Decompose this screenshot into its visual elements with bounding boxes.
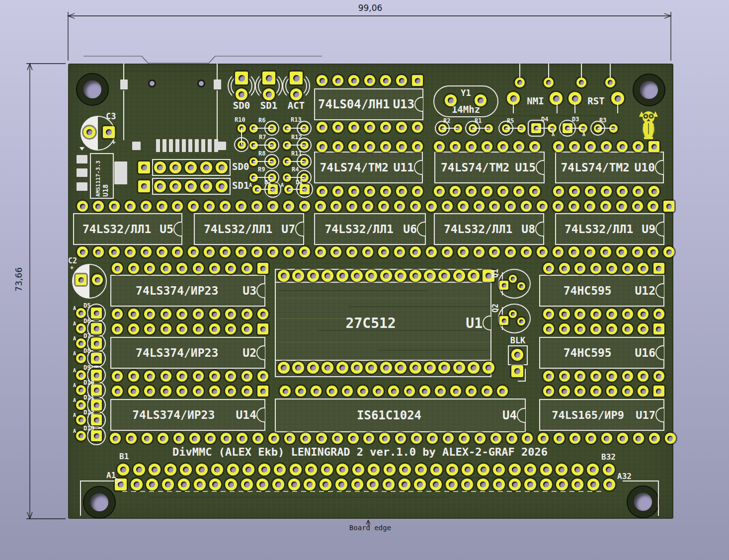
led-pad — [290, 72, 303, 84]
through-hole-pad — [144, 309, 155, 320]
through-hole-pad — [364, 186, 375, 197]
through-hole-pad — [91, 353, 102, 364]
through-hole-pad — [396, 186, 407, 197]
through-hole-pad — [590, 323, 601, 334]
through-hole-pad — [142, 433, 153, 444]
through-hole-pad — [427, 433, 438, 444]
resistor-link — [287, 128, 304, 129]
ic-outline: 27C512U1 — [275, 269, 491, 377]
through-hole-pad — [606, 371, 617, 382]
through-hole-pad — [109, 246, 120, 257]
through-hole-pad — [434, 141, 445, 152]
through-hole-pad — [553, 141, 564, 152]
through-hole-pad — [164, 464, 176, 476]
sd-finger-pad — [175, 139, 179, 152]
through-hole-pad — [76, 274, 86, 285]
through-hole-pad — [161, 263, 171, 274]
through-hole-pad — [622, 386, 633, 397]
through-hole-pad — [242, 386, 252, 397]
sd-finger-pad — [195, 139, 199, 152]
through-hole-pad — [399, 479, 410, 490]
through-hole-pad — [209, 309, 220, 320]
through-hole-pad — [466, 186, 477, 197]
through-hole-pad — [412, 75, 423, 86]
through-hole-pad — [336, 362, 348, 374]
resistor-link — [473, 128, 488, 129]
through-hole-pad — [559, 371, 570, 382]
through-hole-pad — [295, 386, 306, 397]
through-hole-pad — [194, 479, 206, 490]
through-hole-pad — [161, 371, 171, 382]
through-hole-pad — [103, 126, 115, 138]
ic-outline: 74LS74/TM2U10 — [555, 152, 664, 183]
through-hole-pad — [317, 75, 327, 86]
through-hole-pad — [649, 433, 660, 444]
through-hole-pad — [601, 433, 612, 444]
resistor-ref: R2 — [443, 118, 450, 124]
through-hole-pad — [322, 362, 333, 374]
button-label-nmi: NMI — [517, 96, 554, 106]
through-hole-pad — [176, 323, 187, 334]
silk-decoration — [574, 103, 575, 113]
through-hole-pad — [638, 371, 648, 382]
through-hole-pad — [505, 246, 516, 257]
through-hole-pad — [556, 479, 568, 490]
through-hole-pad — [490, 433, 501, 444]
through-hole-pad — [188, 201, 199, 212]
via — [197, 80, 205, 87]
through-hole-pad — [351, 270, 363, 282]
through-hole-pad — [373, 386, 384, 397]
through-hole-pad — [225, 479, 237, 490]
through-hole-pad — [404, 386, 415, 397]
through-hole-pad — [399, 464, 411, 476]
silk-decoration — [518, 381, 526, 382]
through-hole-pad — [209, 263, 220, 274]
through-hole-pad — [587, 464, 599, 476]
through-hole-pad — [141, 201, 152, 212]
through-hole-pad — [173, 433, 184, 444]
through-hole-pad — [653, 371, 664, 382]
through-hole-pad — [559, 386, 570, 397]
diode-anode-mark: A — [552, 132, 555, 137]
regulator-outline: AMS1117-3.3 U18 — [90, 153, 114, 199]
led-pad — [236, 88, 247, 100]
through-hole-pad — [112, 323, 123, 334]
transistor-pad — [499, 316, 508, 325]
through-hole-pad — [256, 479, 268, 490]
through-hole-pad — [430, 464, 442, 476]
ic-ref: U10 — [634, 161, 655, 174]
resistor-ref: R6 — [258, 117, 265, 123]
through-hole-pad — [76, 385, 86, 395]
through-hole-pad — [209, 386, 220, 397]
through-hole-pad — [125, 201, 136, 212]
through-hole-pad — [622, 371, 633, 382]
through-hole-pad — [368, 464, 380, 476]
through-hole-pad — [497, 141, 508, 152]
through-hole-pad — [458, 246, 469, 257]
through-hole-pad — [474, 201, 485, 212]
through-hole-pad — [283, 246, 294, 257]
through-hole-pad — [524, 464, 536, 476]
through-hole-pad — [537, 246, 548, 257]
through-hole-pad — [603, 464, 615, 476]
smd-pad — [120, 80, 128, 89]
ic-value: 74LS74/TM2 — [315, 161, 393, 174]
through-hole-pad — [332, 186, 343, 197]
through-hole-pad — [305, 464, 317, 476]
mounting-hole — [83, 486, 116, 519]
through-hole-pad — [93, 201, 104, 212]
through-hole-pad — [653, 386, 664, 397]
through-hole-pad — [453, 270, 465, 282]
ic-ref: U2 — [243, 346, 256, 359]
smd-pad — [132, 142, 141, 150]
pin1-notch — [414, 160, 429, 175]
through-hole-pad — [622, 323, 633, 334]
mounting-hole — [627, 485, 659, 518]
through-hole-pad — [251, 201, 262, 212]
through-hole-pad — [380, 75, 391, 86]
resistor-link — [442, 128, 458, 129]
pcb-render-viewport[interactable]: 99,06 73,66 Board edge DivMMC (ALEX Ekb)… — [0, 0, 729, 560]
regulator-ref: U18 — [102, 155, 109, 197]
ic-value: 74HC595 — [540, 284, 635, 297]
through-hole-pad — [513, 186, 524, 197]
